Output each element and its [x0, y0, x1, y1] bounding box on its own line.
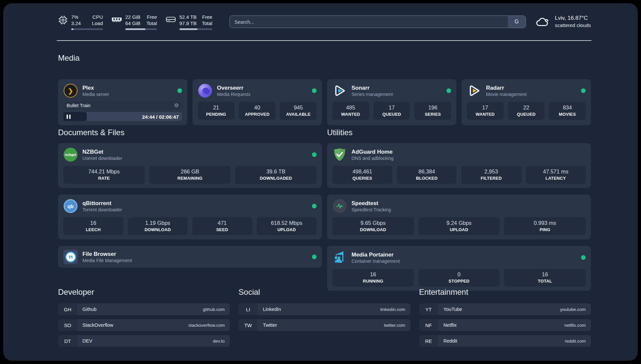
stat-rate: 744.21 MbpsRATE	[63, 166, 145, 184]
stat-series: 196SERIES	[414, 102, 451, 120]
bookmark-abbr: SO	[58, 319, 77, 331]
top-bar: 7% 3.24 CPU Load	[58, 12, 591, 32]
storage-free-value: 52.4 TB	[179, 14, 197, 20]
cpu-label-bottom: Load	[92, 20, 103, 27]
cpu-percent: 7%	[71, 14, 81, 20]
filebrowser-icon	[63, 250, 78, 264]
status-dot	[177, 88, 182, 93]
app-card-overseerr[interactable]: Overseerr Media Requests 21PENDING 40APP…	[193, 79, 322, 125]
bookmark-linkedin[interactable]: LI LinkedInlinkedin.com	[238, 303, 410, 315]
stat-downloaded: 39.6 TBDOWNLOADED	[235, 166, 317, 184]
app-name: NZBGet	[82, 149, 122, 155]
overseerr-icon	[198, 83, 212, 98]
media-grid: ❯ Plex Media server Bullet Train ⚙ 24:44…	[58, 79, 591, 125]
search-input[interactable]	[230, 16, 526, 28]
stat-upload: 9.24 GbpsUPLOAD	[418, 217, 500, 235]
stat-latency: 47.571 msLATENCY	[526, 166, 586, 184]
app-subtitle: Media Requests	[217, 92, 250, 97]
app-card-qbittorrent[interactable]: qb qBittorrent Torrent downloader 16LEEC…	[58, 195, 322, 239]
app-name: Speedtest	[351, 200, 391, 207]
app-subtitle: Series management	[351, 92, 393, 97]
section-title-social: Social	[238, 288, 410, 297]
cpu-icon	[58, 15, 68, 25]
bookmark-url: netflix.com	[564, 323, 586, 328]
status-dot	[312, 255, 317, 259]
app-card-radarr[interactable]: Radarr Movie management 17WANTED 22QUEUE…	[462, 79, 591, 125]
bookmarks-area: Developer GH Githubgithub.com SO StackOv…	[58, 288, 591, 351]
portainer-icon	[332, 250, 347, 265]
stat-available: 945AVAILABLE	[280, 102, 317, 120]
bookmark-reddit[interactable]: RE Redditreddit.com	[419, 335, 591, 347]
app-subtitle: Speedtest Tracking	[351, 207, 391, 212]
stat-queued: 17QUEUED	[374, 102, 410, 120]
dashboard-background: 7% 3.24 CPU Load	[3, 3, 638, 361]
app-card-nzbget[interactable]: nzbget NZBGet Usenet downloader 744.21 M…	[58, 143, 322, 188]
app-name: Media Portainer	[351, 252, 400, 258]
app-card-adguard[interactable]: AdGuard Home DNS and adblocking 498,461Q…	[327, 143, 591, 188]
disk-icon	[166, 15, 176, 24]
app-name: qBittorrent	[82, 200, 122, 207]
memory-total-value: 64 GiB	[125, 20, 140, 27]
settings-gear-icon[interactable]: ⚙	[174, 103, 179, 108]
stat-total: 16TOTAL	[504, 269, 586, 287]
bookmark-netflix[interactable]: NF Netflixnetflix.com	[419, 319, 591, 331]
bookmark-abbr: NF	[419, 319, 438, 331]
section-title-developer: Developer	[58, 288, 230, 297]
nzbget-icon: nzbget	[63, 147, 78, 162]
cpu-load-value: 3.24	[71, 20, 81, 27]
app-subtitle: Torrent downloader	[82, 207, 122, 212]
stat-wanted: 485WANTED	[332, 102, 369, 120]
now-playing-bar: Bullet Train ⚙	[63, 102, 182, 109]
bookmark-url: youtube.com	[560, 307, 586, 312]
memory-progress-bar	[125, 28, 157, 30]
stat-ping: 0.993 msPING	[504, 217, 586, 235]
memory-label-top: Free	[146, 14, 157, 20]
status-dot	[312, 204, 317, 208]
bookmark-url: twitter.com	[384, 323, 405, 328]
stat-download: 1.19 GbpsDOWNLOAD	[128, 217, 188, 235]
stat-seed: 471SEED	[192, 217, 252, 235]
cloud-icon	[535, 16, 550, 27]
bookmark-stackoverflow[interactable]: SO StackOverflowstackoverflow.com	[58, 319, 230, 331]
weather-widget[interactable]: Lviv, 16.87°C scattered clouds	[535, 15, 591, 29]
app-subtitle: Media File Management	[82, 258, 132, 263]
search-engine-button[interactable]: G	[508, 16, 526, 28]
bookmark-abbr: YT	[419, 303, 438, 315]
playback-progress-bar[interactable]: 24:44 / 02:06:47	[63, 112, 182, 121]
app-card-filebrowser[interactable]: File Browser Media File Management	[58, 246, 322, 268]
bookmark-dev[interactable]: DT DEVdev.to	[58, 335, 230, 347]
bookmark-name: Twitter	[263, 322, 277, 328]
bookmark-name: Netflix	[443, 322, 457, 328]
stat-queued: 22QUEUED	[508, 102, 545, 120]
bookmark-abbr: GH	[58, 303, 77, 315]
app-subtitle: Media server	[82, 92, 109, 97]
stat-blocked: 86,384BLOCKED	[397, 166, 457, 184]
bookmark-twitter[interactable]: TW Twittertwitter.com	[238, 319, 410, 331]
status-dot	[446, 88, 451, 93]
app-card-sonarr[interactable]: Sonarr Series management 485WANTED 17QUE…	[327, 79, 456, 125]
search-bar[interactable]: G	[229, 15, 526, 28]
cpu-progress-bar	[71, 28, 103, 30]
stat-upload: 618.52 MbpsUPLOAD	[257, 217, 317, 235]
bookmark-url: dev.to	[213, 339, 225, 344]
app-name: File Browser	[82, 251, 132, 258]
bookmark-name: Github	[82, 307, 97, 312]
storage-metric: 52.4 TB 97.9 TB Free Total	[166, 14, 212, 30]
stat-remaining: 266 GBREMAINING	[149, 166, 231, 184]
section-title-utilities: Utilities	[327, 128, 591, 137]
bookmark-youtube[interactable]: YT YouTubeyoutube.com	[419, 303, 591, 315]
bookmark-abbr: DT	[58, 335, 77, 347]
app-card-plex[interactable]: ❯ Plex Media server Bullet Train ⚙ 24:44…	[58, 79, 187, 125]
app-name: AdGuard Home	[351, 149, 394, 155]
stat-running: 16RUNNING	[332, 269, 414, 287]
app-card-portainer[interactable]: Media Portainer Container management 16R…	[327, 246, 591, 291]
sonarr-icon	[332, 83, 347, 98]
bookmark-url: github.com	[203, 307, 225, 312]
bookmark-url: linkedin.com	[381, 307, 405, 312]
utilities-column: Utilities AdGuard Home DNS and adblockin…	[327, 128, 591, 297]
pause-icon[interactable]	[67, 114, 71, 119]
ram-icon	[111, 15, 122, 24]
app-card-speedtest[interactable]: Speedtest Speedtest Tracking 9.65 GbpsDO…	[327, 195, 591, 239]
bookmark-github[interactable]: GH Githubgithub.com	[58, 303, 230, 315]
documents-column: Documents & Files nzbget NZBGet Usenet d…	[58, 128, 322, 297]
